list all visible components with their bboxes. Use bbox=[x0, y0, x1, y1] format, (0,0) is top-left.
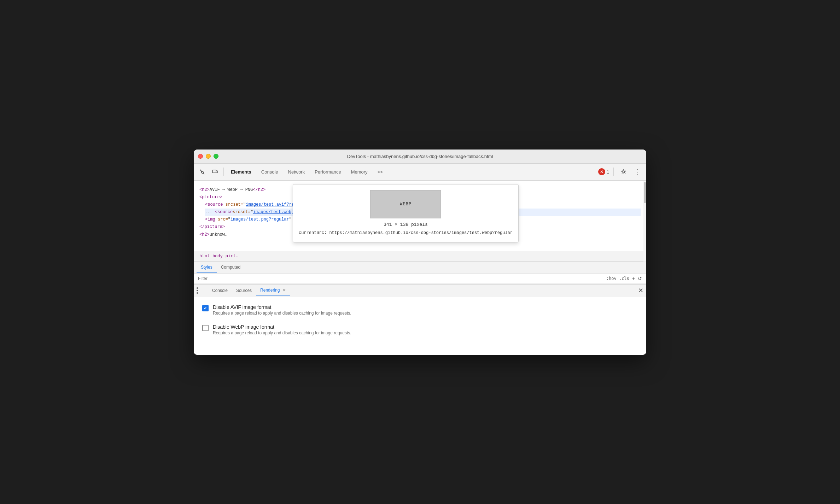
hov-cls-icon[interactable]: :hov .cls bbox=[606, 276, 629, 281]
tooltip-src: currentSrc: https://mathiasbynens.github… bbox=[299, 230, 513, 236]
avif-checkmark: ✓ bbox=[204, 306, 207, 310]
error-icon: ✕ bbox=[598, 168, 605, 175]
toolbar-divider-2 bbox=[613, 168, 614, 176]
dots-indicator: ··· bbox=[205, 209, 212, 216]
avif-checkbox[interactable]: ✓ bbox=[202, 305, 209, 311]
breadcrumb-body[interactable]: body bbox=[212, 253, 223, 259]
error-x: ✕ bbox=[600, 170, 603, 174]
tooltip-image-area: WEBP bbox=[370, 190, 441, 218]
rendering-tab-close[interactable]: ✕ bbox=[282, 288, 286, 293]
more-options-button[interactable]: ⋮ bbox=[632, 166, 643, 177]
webp-checkbox[interactable] bbox=[202, 325, 209, 331]
error-badge[interactable]: ✕ 1 bbox=[598, 168, 609, 175]
more-tabs-button[interactable]: >> bbox=[373, 167, 387, 177]
svg-rect-0 bbox=[212, 170, 216, 173]
elements-scrollbar[interactable] bbox=[643, 181, 646, 262]
filter-input[interactable] bbox=[198, 276, 603, 281]
webp-option-text: Disable WebP image format Requires a pag… bbox=[213, 324, 351, 335]
plus-icon[interactable]: + bbox=[632, 276, 635, 281]
filter-bar: :hov .cls + ↺ bbox=[194, 274, 646, 284]
toolbar-divider bbox=[223, 168, 224, 176]
devtools-window: DevTools - mathiasbynens.github.io/css-d… bbox=[194, 150, 646, 355]
tooltip-webp-label: WEBP bbox=[400, 201, 412, 207]
tab-performance[interactable]: Performance bbox=[310, 167, 345, 177]
rendering-content: ✓ Disable AVIF image format Requires a p… bbox=[194, 297, 646, 342]
breadcrumb-html[interactable]: html bbox=[199, 253, 210, 259]
drawer-tab-rendering[interactable]: Rendering ✕ bbox=[256, 286, 290, 295]
styles-panel: Styles Computed :hov .cls + ↺ bbox=[194, 262, 646, 284]
tab-elements[interactable]: Elements bbox=[227, 167, 256, 177]
drawer-tab-sources[interactable]: Sources bbox=[232, 286, 256, 295]
drawer-tab-console[interactable]: Console bbox=[208, 286, 232, 295]
settings-button[interactable] bbox=[618, 166, 629, 177]
more-dots-icon: ⋮ bbox=[635, 169, 641, 175]
tab-console[interactable]: Console bbox=[257, 167, 282, 177]
tooltip-src-label: currentSrc: bbox=[299, 230, 327, 235]
error-count: 1 bbox=[607, 169, 609, 175]
bottom-drawer: Console Sources Rendering ✕ ✕ ✓ Disable … bbox=[194, 284, 646, 355]
webp-option-title: Disable WebP image format bbox=[213, 324, 351, 330]
devtools-toolbar: Elements Console Network Performance Mem… bbox=[194, 164, 646, 181]
maximize-button[interactable] bbox=[214, 154, 218, 159]
svg-rect-1 bbox=[216, 171, 217, 173]
minimize-button[interactable] bbox=[206, 154, 211, 159]
svg-point-2 bbox=[623, 171, 625, 173]
tab-styles[interactable]: Styles bbox=[197, 262, 217, 273]
avif-option-desc: Requires a page reload to apply and disa… bbox=[213, 311, 351, 316]
tab-network[interactable]: Network bbox=[284, 167, 309, 177]
tab-computed[interactable]: Computed bbox=[217, 262, 245, 273]
webp-checkbox-wrapper[interactable] bbox=[202, 325, 209, 331]
tab-memory[interactable]: Memory bbox=[347, 167, 372, 177]
rendering-option-webp: Disable WebP image format Requires a pag… bbox=[202, 324, 638, 335]
styles-tabs: Styles Computed bbox=[194, 262, 646, 274]
drawer-tabs: Console Sources Rendering ✕ ✕ bbox=[194, 285, 646, 297]
elements-panel: <h2>AVIF → WebP → PNG</h2> <picture> <so… bbox=[194, 181, 646, 262]
drawer-close-button[interactable]: ✕ bbox=[638, 287, 643, 294]
title-bar: DevTools - mathiasbynens.github.io/css-d… bbox=[194, 150, 646, 164]
filter-right-icons: :hov .cls + ↺ bbox=[606, 276, 642, 281]
toolbar-right: ✕ 1 ⋮ bbox=[598, 166, 643, 177]
avif-checkbox-wrapper[interactable]: ✓ bbox=[202, 305, 209, 311]
inspector-icon[interactable] bbox=[197, 166, 208, 177]
image-tooltip: WEBP 341 × 138 pixels currentSrc: https:… bbox=[293, 184, 519, 243]
avif-option-title: Disable AVIF image format bbox=[213, 304, 351, 310]
tooltip-dimensions: 341 × 138 pixels bbox=[299, 221, 513, 229]
webp-option-desc: Requires a page reload to apply and disa… bbox=[213, 330, 351, 335]
traffic-lights bbox=[198, 154, 218, 159]
layers-icon[interactable]: ↺ bbox=[638, 276, 642, 281]
tooltip-src-url: https://mathiasbynens.github.io/css-dbg-… bbox=[329, 230, 512, 235]
breadcrumb-pict[interactable]: pict… bbox=[226, 253, 238, 259]
drawer-menu-icon[interactable] bbox=[197, 286, 205, 295]
close-button[interactable] bbox=[198, 154, 203, 159]
breadcrumb-bar: html body pict… bbox=[194, 251, 646, 261]
avif-option-text: Disable AVIF image format Requires a pag… bbox=[213, 304, 351, 316]
rendering-option-avif: ✓ Disable AVIF image format Requires a p… bbox=[202, 304, 638, 316]
window-title: DevTools - mathiasbynens.github.io/css-d… bbox=[347, 154, 493, 159]
scrollbar-thumb bbox=[644, 182, 646, 203]
device-toggle-icon[interactable] bbox=[209, 166, 221, 177]
